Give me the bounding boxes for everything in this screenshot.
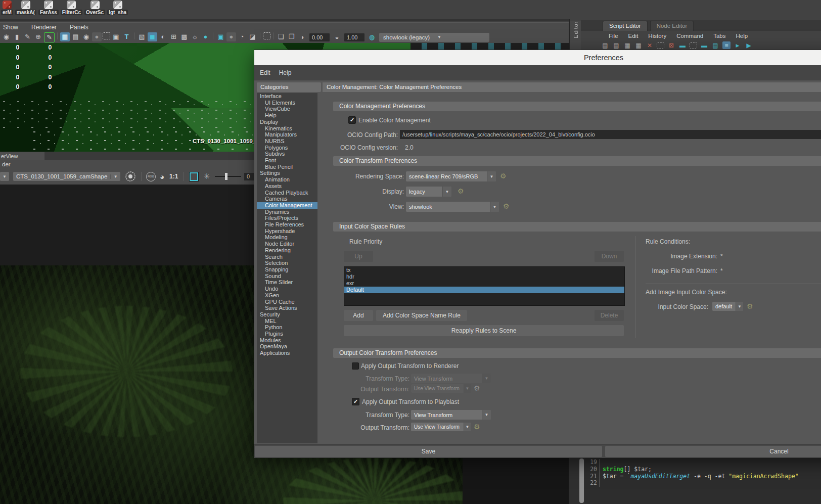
snapshot-combo-arrow[interactable]: ▼ (0, 172, 9, 181)
gamma-icon[interactable]: ◒ (332, 33, 342, 42)
open-add-icon[interactable]: ▤ (612, 41, 620, 49)
category-item[interactable]: Cameras (257, 196, 317, 202)
category-item[interactable]: Font (257, 157, 317, 164)
category-item[interactable]: Blue Pencil (257, 164, 317, 170)
gear-icon[interactable]: ⚙ (500, 172, 507, 180)
clear-all-icon[interactable]: ⊠ (667, 41, 675, 49)
category-item[interactable]: Rendering (257, 247, 317, 254)
category-item[interactable]: Plugins (257, 331, 317, 337)
gear-icon[interactable]: ⚙ (458, 187, 464, 195)
zoom-ratio-button[interactable]: 1:1 (169, 173, 178, 180)
panel-menu-item[interactable]: Show (3, 24, 18, 31)
save-button[interactable]: Save (255, 446, 602, 457)
zoom-region-icon[interactable]: ⊕ (33, 32, 43, 41)
category-item[interactable]: Modules (257, 337, 317, 344)
view-transform-combo[interactable]: showlook (legacy) ▼ (379, 33, 489, 42)
safe-title-icon[interactable]: T (122, 32, 131, 41)
dither-icon[interactable]: ✳ (203, 172, 210, 181)
shelf-button[interactable]: FilterCc (61, 1, 82, 15)
field-chart-icon[interactable] (103, 32, 110, 39)
shadows-icon[interactable]: ● (201, 32, 210, 41)
exposure-field[interactable]: 0.00 (309, 33, 330, 41)
shaded-mode-icon[interactable]: ◼ (148, 32, 157, 41)
execute-all-icon[interactable]: ▶ (745, 41, 753, 49)
category-item[interactable]: OpenMaya (257, 343, 317, 350)
slider-handle[interactable] (225, 173, 227, 180)
color-managed-icon[interactable]: ◍ (367, 33, 377, 42)
script-editor-menu-item[interactable]: Edit (628, 33, 638, 39)
pencil-context-icon[interactable]: ✎ (44, 32, 55, 42)
echo-commands-icon[interactable]: ▤ (711, 41, 719, 49)
shelf-button[interactable]: erM (1, 1, 13, 15)
ao-icon[interactable]: ▣ (216, 32, 225, 41)
exposure-slider[interactable] (215, 176, 241, 177)
script-editor-tab[interactable]: Script Editor (603, 21, 648, 31)
category-item[interactable]: Applications (257, 350, 317, 356)
rule-item[interactable]: hdr (344, 273, 624, 280)
gear-icon[interactable]: ⚙ (747, 302, 753, 310)
reapply-rules-button[interactable]: Reapply Rules to Scene (344, 325, 624, 336)
rgb-channels-icon[interactable]: RGB (146, 172, 156, 181)
category-item[interactable]: Subdivs (257, 151, 317, 157)
category-item[interactable]: Search (257, 254, 317, 260)
category-item[interactable]: Security (257, 311, 317, 318)
gear-icon[interactable]: ⚙ (503, 202, 510, 210)
dof-icon[interactable]: ◪ (248, 32, 257, 41)
category-item[interactable]: Save Actions (257, 305, 317, 311)
transform-type-combo[interactable]: View Transform ▼ (411, 410, 491, 420)
category-item[interactable]: Interface (257, 93, 317, 100)
bookmark-icon[interactable]: ▮ (12, 32, 22, 41)
add-color-space-name-rule-button[interactable]: Add Color Space Name Rule (376, 310, 467, 321)
transform-type-combo-disabled[interactable]: View Transform ▼ (411, 374, 491, 383)
clear-input-icon[interactable] (657, 42, 664, 49)
brush-icon[interactable]: ✎ (23, 32, 32, 41)
enable-color-management-checkbox[interactable]: ✓ (348, 116, 356, 124)
script-editor-menu-item[interactable]: History (648, 33, 666, 39)
shelf-button[interactable]: OverSc (84, 1, 105, 15)
save-icon[interactable]: ▦ (623, 41, 631, 49)
category-item[interactable]: XGen (257, 292, 317, 299)
render-region-icon[interactable] (125, 171, 135, 181)
execute-line-icon[interactable]: ▶ (734, 41, 742, 49)
shelf-button[interactable]: FarAss (38, 1, 59, 15)
script-editor-menu-item[interactable]: Help (736, 33, 748, 39)
save-as-icon[interactable]: ▦ (634, 41, 643, 49)
category-item[interactable]: Python (257, 324, 317, 331)
show-input-icon[interactable] (690, 42, 697, 49)
clear-history-icon[interactable]: ✕ (646, 41, 654, 49)
motion-blur-icon[interactable]: ● (226, 32, 236, 41)
exposure-icon[interactable]: ◑ (297, 33, 307, 42)
render-view-menu[interactable]: der (2, 161, 11, 167)
isolate-select-icon[interactable] (263, 32, 270, 39)
apply-output-renderer-checkbox[interactable]: ✓ (352, 362, 359, 370)
textured-mode-icon[interactable]: ◐ (158, 32, 168, 41)
script-editor-tab[interactable]: Node Editor (650, 21, 694, 31)
gear-icon[interactable]: ⚙ (474, 384, 480, 392)
gate-mask-icon[interactable]: ● (92, 32, 102, 41)
resolution-gate-icon[interactable]: ◉ (81, 32, 91, 41)
category-item[interactable]: Hypershade (257, 228, 317, 235)
cancel-button[interactable]: Cancel (605, 446, 821, 457)
category-item[interactable]: Node Editor (257, 241, 317, 247)
render-view-tab[interactable]: erView (0, 152, 44, 160)
frame-region-icon[interactable] (190, 172, 198, 181)
category-item[interactable]: Undo (257, 286, 317, 292)
open-script-icon[interactable]: ▤ (601, 41, 609, 49)
ocio-config-path-field[interactable]: /usersetup/linux/scripts/maya_sc/cache/o… (400, 130, 821, 139)
category-item[interactable]: Files/Projects (257, 215, 317, 221)
category-item[interactable]: NURBS (257, 138, 317, 145)
category-item[interactable]: MEL (257, 318, 317, 325)
camera-icon[interactable]: ◉ (2, 32, 11, 41)
script-editor-menu-item[interactable]: Command (676, 33, 703, 39)
category-item[interactable]: ViewCube (257, 106, 317, 112)
rule-item[interactable]: Default (344, 287, 624, 293)
alpha-channel-icon[interactable]: ◕ (160, 172, 164, 181)
anti-alias-icon[interactable]: ◔ (237, 32, 247, 41)
view-combo[interactable]: showlook ▼ (406, 202, 499, 212)
input-color-space-combo[interactable]: default ▼ (712, 302, 743, 311)
category-item[interactable]: UI Elements (257, 100, 317, 106)
dialog-menu-item[interactable]: Edit (260, 69, 270, 76)
output-transform-combo-disabled[interactable]: Use View Transform ▼ (411, 384, 471, 393)
display-combo[interactable]: legacy ▼ (406, 187, 451, 197)
show-both-icon[interactable]: ▬ (700, 41, 708, 49)
